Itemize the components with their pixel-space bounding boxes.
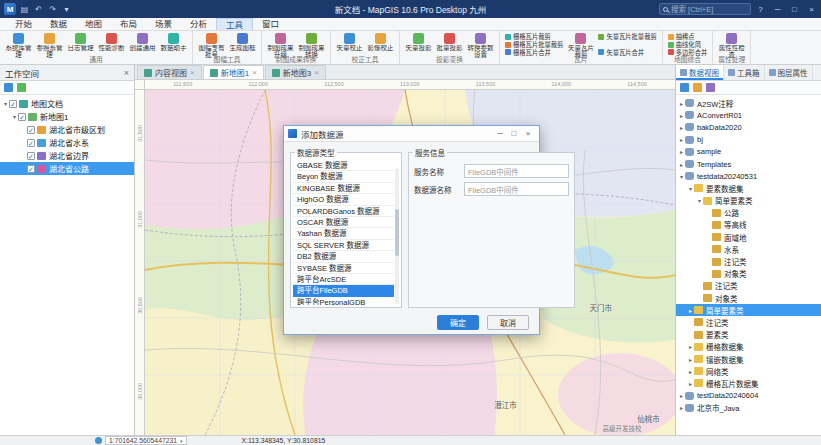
ribbon-button[interactable]: 创建通用: [127, 32, 158, 59]
tree-item[interactable]: ▸A2SW注释: [676, 97, 821, 109]
datasource-type-item[interactable]: OSCAR 数据源: [293, 217, 394, 228]
datasource-type-item[interactable]: 跨平台ArcSDE: [293, 274, 394, 285]
tab-close-icon[interactable]: ×: [314, 68, 319, 77]
search-box[interactable]: [659, 3, 751, 15]
ribbon-button[interactable]: 制图成果转换: [296, 32, 327, 59]
ribbon-button[interactable]: 转换参数设置: [465, 32, 496, 59]
layer-checkbox[interactable]: ✓: [27, 165, 35, 173]
tree-item[interactable]: ▾简单要素类: [676, 195, 821, 207]
quick-access-dropdown-icon[interactable]: ▾: [61, 5, 72, 14]
undo-icon[interactable]: ↶: [33, 5, 44, 14]
expand-arrow[interactable]: ▸: [687, 307, 694, 314]
tree-item[interactable]: ▸栅格数据集: [676, 341, 821, 353]
tree-item[interactable]: ✓湖北省边界: [0, 149, 134, 162]
tree-item[interactable]: 公路: [676, 207, 821, 219]
maximize-icon[interactable]: □: [787, 5, 802, 14]
expand-arrow[interactable]: ▾: [687, 185, 694, 192]
catalog-tab[interactable]: 工具箱: [724, 65, 765, 80]
tree-item[interactable]: ✓湖北省公路: [0, 162, 134, 175]
menu-item[interactable]: 窗口: [253, 18, 288, 30]
menu-item[interactable]: 场景: [146, 18, 181, 30]
ribbon-button[interactable]: 图幅专有批号: [196, 32, 227, 59]
expand-arrow[interactable]: ▾: [2, 100, 9, 107]
tree-item[interactable]: ▾✓地图文档: [0, 97, 134, 110]
tree-item[interactable]: ▸sample: [676, 146, 821, 158]
datasource-type-item[interactable]: KINGBASE 数据源: [293, 183, 394, 194]
tree-item[interactable]: ▸bakData2020: [676, 121, 821, 133]
tree-item[interactable]: 水系: [676, 243, 821, 255]
close-icon[interactable]: ×: [804, 5, 819, 14]
ribbon-button[interactable]: 日志管理: [65, 32, 96, 59]
field-input[interactable]: [464, 164, 569, 178]
layer-checkbox[interactable]: ✓: [27, 139, 35, 147]
list-scrollbar[interactable]: [395, 168, 399, 304]
datasource-type-item[interactable]: HighGO 数据源: [293, 194, 394, 205]
menu-item[interactable]: 分析: [181, 18, 216, 30]
expand-arrow[interactable]: ▸: [687, 356, 694, 363]
ribbon-button[interactable]: 影像校正: [365, 32, 396, 59]
tree-item[interactable]: ✓湖北省水系: [0, 136, 134, 149]
expand-arrow[interactable]: ▸: [678, 124, 685, 131]
ribbon-button[interactable]: 批量投影: [434, 32, 465, 59]
document-tab[interactable]: 新地图1×: [203, 65, 264, 79]
tree-item[interactable]: 注记类: [676, 255, 821, 267]
dialog-titlebar[interactable]: 添加数据源 ─ □ ×: [284, 126, 539, 142]
ribbon-button[interactable]: 制图成果升级: [265, 32, 296, 59]
connect-datasource-icon[interactable]: [680, 83, 689, 92]
expand-arrow[interactable]: ▸: [678, 404, 685, 411]
datasource-type-item[interactable]: GBASE 数据源: [293, 160, 394, 171]
open-document-icon[interactable]: [17, 83, 26, 92]
tree-item[interactable]: ✓湖北省市级区划: [0, 123, 134, 136]
scrollbar-thumb[interactable]: [395, 209, 399, 257]
tree-item[interactable]: ▾testdata20240531: [676, 170, 821, 182]
dialog-close-icon[interactable]: ×: [521, 129, 535, 138]
expand-arrow[interactable]: ▸: [678, 100, 685, 107]
ribbon-button[interactable]: 性能诊断: [96, 32, 127, 59]
filter-icon[interactable]: [706, 83, 715, 92]
tree-item[interactable]: 注记类: [676, 316, 821, 328]
layer-checkbox[interactable]: ✓: [18, 113, 26, 121]
expand-arrow[interactable]: ▸: [678, 161, 685, 168]
help-icon[interactable]: ?: [753, 5, 768, 14]
datasource-type-item[interactable]: Yashan 数据源: [293, 228, 394, 239]
tree-item[interactable]: ▸AConvertR01: [676, 109, 821, 121]
datasource-type-item[interactable]: SYBASE 数据源: [293, 263, 394, 274]
expand-arrow[interactable]: ▾: [696, 197, 703, 204]
ribbon-button[interactable]: 系统库管理: [3, 32, 34, 59]
menu-item[interactable]: 布局: [111, 18, 146, 30]
dialog-minimize-icon[interactable]: ─: [493, 129, 507, 138]
search-input[interactable]: [671, 5, 747, 14]
tree-item[interactable]: ▾要素数据集: [676, 182, 821, 194]
ribbon-button[interactable]: 矢量校正: [334, 32, 365, 59]
expand-arrow[interactable]: ▾: [678, 173, 685, 180]
ribbon-button[interactable]: 参照系管理: [34, 32, 65, 59]
expand-arrow[interactable]: ▾: [11, 113, 18, 120]
ribbon-button[interactable]: 属性性检查: [716, 32, 747, 59]
panel-close-icon[interactable]: ×: [124, 68, 129, 78]
minimize-icon[interactable]: ─: [770, 5, 785, 14]
catalog-tab[interactable]: 数据视图: [676, 65, 724, 80]
datasource-type-item[interactable]: 跨平台FileGDB: [293, 285, 394, 296]
refresh-icon[interactable]: [693, 83, 702, 92]
ribbon-button[interactable]: 多边形合并: [668, 49, 707, 57]
tree-item[interactable]: ▸北京市_Java: [676, 402, 821, 414]
menu-item[interactable]: 数据: [41, 18, 76, 30]
layer-checkbox[interactable]: ✓: [9, 100, 17, 108]
tree-item[interactable]: 对象类: [676, 268, 821, 280]
tab-close-icon[interactable]: ×: [252, 68, 257, 77]
tree-item[interactable]: ▸Templates: [676, 158, 821, 170]
tree-item[interactable]: 等高线: [676, 219, 821, 231]
expand-arrow[interactable]: ▸: [678, 392, 685, 399]
tree-item[interactable]: ▸简单要素类: [676, 304, 821, 316]
tree-item[interactable]: ▸testData20240604: [676, 390, 821, 402]
ribbon-button[interactable]: 生成图框: [227, 32, 258, 59]
ribbon-button[interactable]: 矢量投影: [403, 32, 434, 59]
ok-button[interactable]: 确定: [437, 315, 479, 330]
catalog-tab[interactable]: 图层属性: [765, 65, 813, 80]
tree-item[interactable]: ▸镶嵌数据集: [676, 353, 821, 365]
datasource-type-item[interactable]: SQL SERVER 数据源: [293, 240, 394, 251]
layer-checkbox[interactable]: ✓: [27, 126, 35, 134]
datasource-type-item[interactable]: 跨平台PersonalGDB: [293, 297, 394, 305]
cancel-button[interactable]: 取消: [487, 315, 529, 330]
tree-item[interactable]: 要素类: [676, 329, 821, 341]
